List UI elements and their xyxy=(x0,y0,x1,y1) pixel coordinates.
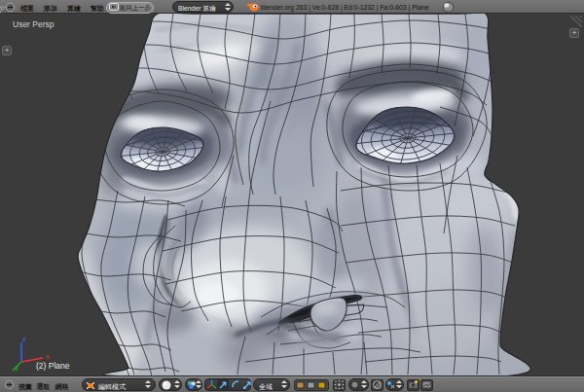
svg-text:z: z xyxy=(22,335,26,343)
svg-text:x: x xyxy=(46,352,50,361)
svg-text:y: y xyxy=(15,364,18,372)
